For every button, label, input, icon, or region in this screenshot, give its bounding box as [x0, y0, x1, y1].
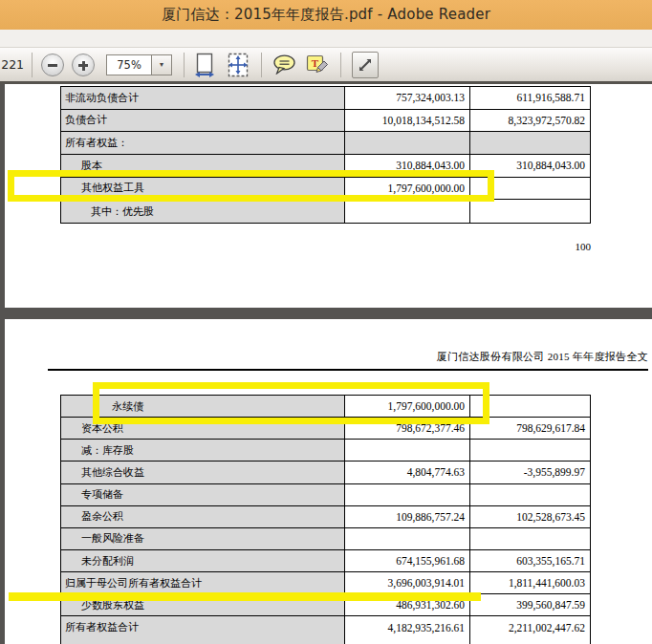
table-row: 减：库存股	[61, 440, 590, 462]
toolbar-separator	[261, 53, 262, 77]
toolbar: / 221 75% ▾	[0, 48, 652, 84]
row-value-current: 10,018,134,512.58	[345, 110, 470, 132]
page-count-label: / 221	[0, 57, 24, 72]
row-value-current: 4,182,935,216.61	[345, 616, 470, 638]
marker-highlight-underline	[9, 592, 481, 601]
table-row: 其他综合收益4,804,774.63-3,955,899.97	[61, 462, 590, 483]
row-value-prior: 611,916,588.71	[470, 87, 590, 109]
title-bar[interactable]: 厦门信达：2015年年度报告.pdf - Adobe Reader	[0, 0, 652, 30]
row-label: 所有者权益合计	[61, 616, 345, 638]
table-row-partial	[60, 638, 591, 644]
row-value-current	[345, 528, 470, 549]
fullscreen-button[interactable]	[352, 52, 379, 78]
row-value-prior: 2,211,002,447.62	[470, 616, 590, 638]
row-label: 所有者权益：	[61, 132, 345, 154]
row-value-prior: 1,811,441,600.03	[470, 572, 590, 593]
toolbar-separator	[32, 53, 33, 77]
header-rule	[48, 369, 648, 371]
fit-page-button[interactable]	[226, 53, 250, 77]
minus-icon	[48, 64, 57, 67]
row-value-prior: -3,955,899.97	[470, 462, 590, 483]
pdf-page-1: 非流动负债合计757,324,003.13611,916,588.71负债合计1…	[0, 84, 652, 308]
pdf-page-2: 厦门信达股份有限公司 2015 年年度报告全文 永续债1,797,600,000…	[0, 319, 652, 644]
row-value-prior	[470, 528, 590, 549]
row-value-current: 3,696,003,914.01	[345, 572, 470, 593]
row-value-prior	[470, 440, 590, 461]
comment-bubble-icon	[272, 54, 296, 75]
table-row: 专项储备	[61, 484, 590, 506]
row-value-prior: 603,355,165.71	[470, 550, 590, 571]
balance-sheet-table-2: 永续债1,797,600,000.00资本公积798,672,377.46798…	[60, 395, 591, 640]
table-row: 未分配利润674,155,961.68603,355,165.71	[61, 550, 590, 572]
row-value-current: 674,155,961.68	[345, 550, 470, 571]
zoom-level-combo[interactable]: 75% ▾	[106, 54, 172, 75]
row-label: 减：库存股	[61, 440, 345, 461]
table-row: 所有者权益：	[61, 132, 590, 155]
fit-width-button[interactable]	[193, 53, 216, 77]
zoom-out-button[interactable]	[41, 54, 64, 76]
row-value-current	[345, 440, 470, 461]
row-value-current	[345, 132, 470, 154]
row-value-prior	[470, 132, 590, 154]
row-value-prior: 102,528,673.45	[470, 506, 590, 527]
table-row: 所有者权益合计4,182,935,216.612,211,002,447.62	[61, 616, 590, 638]
table-row: 负债合计10,018,134,512.588,323,972,570.82	[61, 110, 590, 133]
row-value-prior: 399,560,847.59	[470, 594, 590, 615]
row-label: 一般风险准备	[61, 528, 345, 549]
row-value-prior	[470, 484, 590, 505]
highlight-text-icon: T	[306, 54, 329, 75]
toolbar-separator	[340, 53, 341, 77]
toolbar-separator	[184, 53, 185, 77]
window-title: 厦门信达：2015年年度报告.pdf - Adobe Reader	[162, 6, 490, 24]
page-gap	[0, 308, 652, 319]
table-row: 归属于母公司所有者权益合计3,696,003,914.011,811,441,6…	[61, 572, 590, 594]
fit-page-icon	[226, 53, 250, 77]
row-value-current: 109,886,757.24	[345, 506, 470, 527]
marker-highlight-box-perpetual-bond	[93, 382, 489, 424]
row-label: 归属于母公司所有者权益合计	[61, 572, 345, 593]
row-label: 专项储备	[61, 484, 345, 505]
row-label: 其他综合收益	[61, 462, 345, 483]
canvas-left-strip	[0, 84, 5, 644]
row-value-current: 4,804,774.63	[345, 462, 470, 483]
table-row: 其中：优先股	[61, 200, 590, 223]
row-value-current	[345, 484, 470, 505]
row-label: 盈余公积	[61, 506, 345, 527]
highlight-text-button[interactable]: T	[306, 54, 329, 75]
report-header: 厦门信达股份有限公司 2015 年年度报告全文	[437, 350, 648, 364]
table-row: 一般风险准备	[61, 528, 590, 550]
row-value-prior	[470, 200, 590, 223]
fullscreen-arrows-icon	[358, 57, 373, 73]
row-value-prior: 8,323,972,570.82	[470, 110, 590, 132]
document-area[interactable]: 非流动负债合计757,324,003.13611,916,588.71负债合计1…	[0, 84, 652, 644]
balance-sheet-table-1: 非流动负债合计757,324,003.13611,916,588.71负债合计1…	[60, 86, 591, 224]
row-value-current: 757,324,003.13	[345, 87, 470, 109]
chevron-down-icon[interactable]: ▾	[152, 54, 172, 75]
row-label: 其中：优先股	[61, 200, 345, 223]
row-value-current	[345, 200, 470, 223]
row-label: 负债合计	[61, 110, 345, 132]
table-row: 非流动负债合计757,324,003.13611,916,588.71	[61, 87, 590, 110]
row-label: 非流动负债合计	[61, 87, 345, 109]
row-label: 未分配利润	[61, 550, 345, 571]
marker-highlight-box-other-equity	[8, 170, 494, 202]
zoom-in-button[interactable]	[72, 54, 95, 76]
menu-bar	[0, 30, 652, 48]
zoom-level-value[interactable]: 75%	[106, 54, 152, 75]
add-comment-button[interactable]	[272, 54, 296, 75]
fit-width-icon	[193, 53, 216, 77]
table-row: 盈余公积109,886,757.24102,528,673.45	[61, 506, 590, 528]
page-number: 100	[558, 241, 591, 252]
